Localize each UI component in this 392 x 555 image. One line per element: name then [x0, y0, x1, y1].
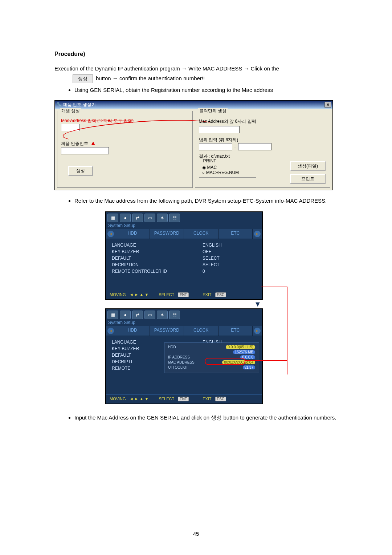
cfg-keybuzzer-val: OFF: [203, 249, 211, 254]
tab-clock[interactable]: CLOCK: [184, 229, 219, 239]
popup-hdd-size: 152576 MB: [233, 350, 255, 354]
system-setup-label: System Setup: [106, 222, 262, 229]
tab2-clock[interactable]: CLOCK: [184, 326, 219, 336]
radio-mac-label: MAC: [207, 165, 217, 170]
cfg-default: DEFAULT: [112, 256, 177, 261]
range-label: 범위 입력 (뒤 6자리): [199, 137, 238, 143]
print-button[interactable]: 프린트: [290, 174, 326, 184]
tab-etc[interactable]: ETC: [219, 229, 253, 239]
arrow-keys-icon: ◄ ► ▲ ▼: [130, 292, 149, 297]
cfg-language-val: ENGLISH: [203, 243, 222, 248]
bullet3-pre: Input the Mac Address on the GEN SERIAL …: [74, 414, 211, 421]
cfg-language: LANGUAGE: [112, 243, 177, 248]
footer-exit: EXIT: [203, 292, 211, 297]
esc-key-icon-2: ESC: [215, 397, 226, 401]
tab-left-arrow-icon[interactable]: ◄: [107, 231, 114, 237]
range-separator: -: [234, 144, 236, 149]
range-end-input[interactable]: [238, 143, 271, 150]
esc-key-icon: ESC: [215, 292, 226, 297]
cfg-decription-val: SELECT: [203, 262, 220, 267]
dvr-icon-4[interactable]: ▭: [144, 214, 155, 222]
dvr-icon-1[interactable]: ▦: [107, 214, 118, 222]
red-highlight-ring: [205, 358, 245, 365]
bullet-input-mac: Input the Mac Address on the GEN SERIAL …: [74, 413, 338, 422]
result-path: 결과 : c:\mac.txt: [199, 153, 327, 159]
page-number: 45: [0, 531, 392, 537]
print-group-title: PRINT: [202, 158, 217, 163]
dvr2-icon-6[interactable]: ☷: [169, 311, 180, 319]
red-up-arrow-icon: ▲: [90, 139, 97, 147]
dvr-icon-6[interactable]: ☷: [169, 214, 180, 222]
individual-gen-group: 개별 생성 Mac Address 입력 (12자리 모두 입력) 제품 인증번…: [57, 111, 193, 188]
footer2-moving: MOVING: [110, 397, 126, 401]
cert-number-label: 제품 인증번호: [61, 141, 88, 147]
mac-front6-label: Mac Address의 앞 6자리 입력: [199, 118, 256, 125]
dialog-title: 제품 번호 생성기: [63, 102, 96, 108]
intro-line: Execution of the Dynamic IP authenticati…: [54, 65, 338, 73]
dvr-panel-1: ▦ ● ⇄ ▭ ✶ ☷ System Setup ◄ HDD PASSWORD …: [105, 211, 263, 300]
mac-short-input[interactable]: [61, 124, 80, 131]
footer-select: SELECT: [159, 292, 174, 297]
dvr-icon-3[interactable]: ⇄: [132, 214, 143, 222]
mac-front6-input[interactable]: [199, 126, 240, 133]
cfg-remote: REMOTE CONTROLLER ID: [112, 269, 177, 274]
dvr-icon-2[interactable]: ●: [120, 214, 131, 222]
dvr-panel-2: ▦ ● ⇄ ▭ ✶ ☷ System Setup ◄ HDD PASSWORD …: [105, 308, 263, 404]
left-group-title: 개별 생성: [60, 108, 81, 114]
radio-macreg-icon[interactable]: ○: [202, 170, 205, 175]
popup-toolkit-label: UI TOOLKIT: [168, 365, 188, 369]
cert-number-input[interactable]: [61, 147, 109, 154]
dvr2-icon-1[interactable]: ▦: [107, 311, 118, 319]
dvr2-icon-3[interactable]: ⇄: [132, 311, 143, 319]
bullet-refer-mac: Refer to the Mac address from the follow…: [74, 196, 338, 206]
generate-file-button[interactable]: 생성(파일): [290, 161, 326, 171]
cfg-decription: DECRIPTION: [112, 262, 177, 267]
app-icon: 🔧: [56, 102, 61, 107]
arrow-keys-icon-2: ◄ ► ▲ ▼: [130, 397, 149, 401]
dvr2-icon-2[interactable]: ●: [120, 311, 131, 319]
cfg-keybuzzer: KEY BUZZER: [112, 249, 177, 254]
system-setup-label-2: System Setup: [106, 319, 262, 326]
cfg-remote-val: 0: [203, 269, 205, 274]
down-triangle-icon: ▼: [178, 300, 338, 308]
radio-macreg-label: MAC+REG.NUM: [206, 170, 239, 175]
cfg-default-val: SELECT: [203, 256, 220, 261]
bullet-gen-serial: Using GEN SERIAL, obtain the Registratio…: [74, 85, 338, 95]
dvr-toolbar-2: ▦ ● ⇄ ▭ ✶ ☷: [106, 309, 262, 319]
dvr-icon-5[interactable]: ✶: [157, 214, 168, 222]
tab2-password[interactable]: PASSWORD: [150, 326, 184, 336]
dvr2-icon-4[interactable]: ▭: [144, 311, 155, 319]
after-button-text: button → confirm the authentication numb…: [96, 74, 205, 83]
tab2-etc[interactable]: ETC: [219, 326, 253, 336]
range-start-input[interactable]: [199, 143, 232, 150]
popup-hdd-label: HDD: [168, 345, 176, 349]
tab2-hdd[interactable]: HDD: [115, 326, 150, 336]
dialog-title-bar[interactable]: 🔧 제품 번호 생성기 ✕: [55, 101, 332, 109]
dvr-toolbar: ▦ ● ⇄ ▭ ✶ ☷: [106, 212, 262, 222]
radio-mac-icon[interactable]: ◉: [202, 165, 206, 170]
tab2-right-arrow-icon[interactable]: ►: [254, 328, 261, 334]
footer-moving: MOVING: [110, 292, 126, 297]
footer2-select: SELECT: [159, 397, 174, 401]
footer2-exit: EXIT: [203, 397, 211, 401]
ent-key-icon: ENT: [178, 292, 189, 297]
serial-generator-dialog: 🔧 제품 번호 생성기 ✕ 개별 생성 Mac Address 입력 (12자리…: [54, 100, 333, 190]
generate-button[interactable]: 생성: [68, 166, 93, 176]
mac-input-label-struck: Mac Address 입력 (12자리 모두 입력): [61, 118, 189, 124]
tab2-left-arrow-icon[interactable]: ◄: [107, 328, 114, 334]
right-group-title: 블럭단위 생성: [198, 108, 228, 114]
tab-hdd[interactable]: HDD: [115, 229, 150, 239]
close-icon[interactable]: ✕: [324, 102, 331, 108]
bullet3-post: button to generate the authentication nu…: [223, 414, 336, 421]
ent-key-icon-2: ENT: [178, 397, 189, 401]
tab-right-arrow-icon[interactable]: ►: [254, 231, 261, 237]
block-gen-group: 블럭단위 생성 Mac Address의 앞 6자리 입력 범위 입력 (뒤 6…: [195, 111, 331, 188]
bullet3-button-text: 생성: [211, 414, 222, 421]
tab-password[interactable]: PASSWORD: [150, 229, 184, 239]
gen-button-image: 생성: [73, 74, 93, 83]
popup-ip-label: IP ADDRESS: [168, 355, 190, 359]
popup-toolkit-val: v1.37: [243, 365, 255, 369]
popup-mac-label: MAC ADDRESS: [168, 360, 195, 364]
red-line-2: [245, 360, 287, 361]
dvr2-icon-5[interactable]: ✶: [157, 311, 168, 319]
